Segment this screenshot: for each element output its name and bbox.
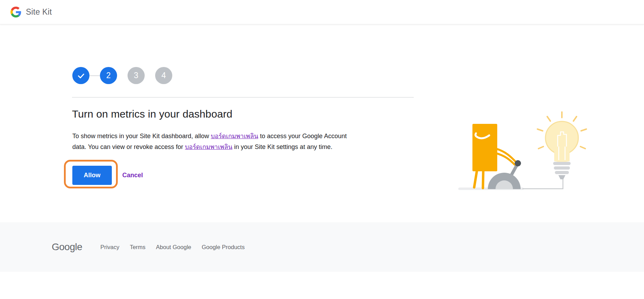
step-3-inactive: 3 bbox=[128, 67, 145, 84]
lightbulb-generator-illustration bbox=[453, 80, 589, 195]
wire bbox=[522, 179, 563, 189]
paragraph-text: in your Site Kit settings at any time. bbox=[232, 143, 332, 150]
main-content: 2 3 4 Turn on metrics in your dashboard … bbox=[0, 24, 644, 222]
page-title: Turn on metrics in your dashboard bbox=[72, 108, 232, 120]
app-footer: Google Privacy Terms About Google Google… bbox=[0, 222, 644, 272]
bulb-screw-base bbox=[553, 162, 571, 174]
step-connector bbox=[89, 75, 100, 76]
footer-link-privacy[interactable]: Privacy bbox=[100, 244, 119, 251]
app-header: Site Kit bbox=[0, 0, 644, 24]
google-g-icon bbox=[10, 7, 21, 17]
checkmark-icon bbox=[77, 72, 85, 80]
footer-link-google-products[interactable]: Google Products bbox=[202, 244, 245, 251]
google-wordmark: Google bbox=[52, 241, 82, 253]
step-2-active: 2 bbox=[100, 67, 117, 84]
step-4-inactive: 4 bbox=[155, 67, 172, 84]
step-1-completed bbox=[72, 67, 89, 84]
lightbulb bbox=[545, 121, 578, 179]
footer-links: Privacy Terms About Google Google Produc… bbox=[100, 244, 245, 251]
footer-link-terms[interactable]: Terms bbox=[130, 244, 145, 251]
paragraph-text: To show metrics in your Site Kit dashboa… bbox=[72, 133, 211, 140]
allow-button[interactable]: Allow bbox=[72, 166, 112, 185]
footer-link-about-google[interactable]: About Google bbox=[156, 244, 191, 251]
setup-stepper: 2 3 4 bbox=[72, 67, 172, 84]
oauth-consent-page: Site Kit 2 3 4 Turn on metrics in your d… bbox=[0, 0, 644, 299]
site-name-link-2[interactable]: บอร์ดเกมพาเพลิน bbox=[185, 143, 232, 150]
site-name-link-1[interactable]: บอร์ดเกมพาเพลิน bbox=[211, 133, 258, 140]
product-name: Site Kit bbox=[26, 7, 52, 17]
section-divider bbox=[72, 97, 414, 98]
cancel-link[interactable]: Cancel bbox=[122, 172, 143, 179]
consent-paragraph: To show metrics in your Site Kit dashboa… bbox=[72, 131, 359, 152]
